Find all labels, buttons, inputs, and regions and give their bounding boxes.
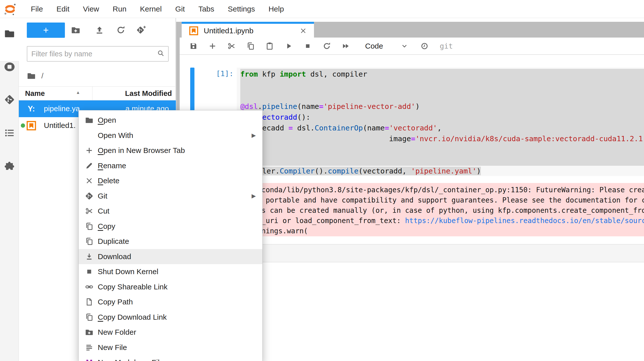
context-menu-label: Download (98, 252, 131, 261)
menu-tabs[interactable]: Tabs (192, 5, 221, 13)
menu-file[interactable]: File (24, 5, 50, 13)
plus-icon (84, 145, 94, 155)
code-line-5: def vectoradd(): (240, 112, 644, 123)
list-toc-icon (4, 127, 15, 138)
context-menu-label: Shut Down Kernel (98, 267, 158, 276)
copy-icon (246, 42, 255, 50)
pencil-icon (84, 161, 94, 171)
context-menu-copy[interactable]: Copy (79, 219, 262, 234)
insert-cell-button[interactable] (207, 41, 218, 51)
folder-plus-icon (71, 25, 80, 35)
restart-run-all-button[interactable] (341, 41, 351, 51)
sort-ascending-icon[interactable]: ▲ (76, 90, 80, 95)
execution-count: [1]: (203, 69, 234, 78)
sidebar-item-running-kernels[interactable] (0, 57, 19, 77)
column-last-modified[interactable]: Last Modified (125, 89, 172, 98)
stderr-line-5: warnings.warn( (240, 226, 644, 236)
puzzle-icon (4, 161, 15, 172)
context-menu-new-markdown-file[interactable]: MNew Markdown File (79, 355, 262, 361)
upload-button[interactable] (94, 25, 105, 36)
sidebar-item-git[interactable] (0, 90, 19, 110)
breadcrumb[interactable]: / (27, 70, 43, 82)
cut-cells-button[interactable] (226, 41, 237, 51)
save-button[interactable] (188, 41, 199, 51)
run-cell-button[interactable] (283, 41, 294, 51)
menu-run[interactable]: Run (106, 5, 133, 13)
new-folder-button[interactable] (70, 25, 81, 36)
context-menu-shut-down-kernel[interactable]: Shut Down Kernel (79, 264, 262, 279)
spacer (84, 130, 94, 140)
git-icon (4, 94, 15, 105)
menu-view[interactable]: View (76, 5, 106, 13)
run-all-icon (342, 42, 350, 50)
filter-files-input[interactable] (31, 48, 154, 60)
context-menu-git[interactable]: Git▶ (79, 189, 262, 204)
column-name[interactable]: Name (25, 89, 45, 98)
context-menu-cut[interactable]: Cut (79, 204, 262, 219)
menu-items: FileEditViewRunKernelGitTabsSettingsHelp (24, 5, 291, 13)
jupyter-logo-icon (4, 3, 17, 16)
context-menu-open-in-new-browser-tab[interactable]: Open in New Browser Tab (79, 143, 262, 158)
git-plus-icon (137, 25, 146, 35)
file-icon (84, 297, 94, 307)
sidebar-item-file-browser[interactable] (0, 24, 19, 44)
sidebar-item-table-of-contents[interactable] (0, 123, 19, 143)
menu-help[interactable]: Help (262, 5, 291, 13)
folder-icon (4, 28, 15, 39)
plus-icon (208, 42, 217, 50)
sidebar-item-extensions[interactable] (0, 156, 19, 176)
context-menu-new-file[interactable]: New File (79, 340, 262, 355)
search-icon (157, 50, 165, 57)
code-line-7: image='nvcr.io/nvidia/k8s/cuda-sample:ve… (240, 133, 644, 144)
scissors-icon (227, 42, 236, 50)
context-menu-rename[interactable]: Rename (79, 158, 262, 173)
menu-settings[interactable]: Settings (221, 5, 262, 13)
copy-icon (84, 312, 94, 322)
context-menu-duplicate[interactable]: Duplicate (79, 234, 262, 249)
scissors-icon (84, 206, 94, 216)
context-menu-label: Copy Path (98, 298, 133, 306)
empty-cell[interactable] (237, 244, 644, 262)
context-menu-open[interactable]: Open (79, 113, 262, 128)
markdown-icon: M (84, 357, 94, 361)
new-launcher-button[interactable]: + (27, 23, 65, 38)
context-menu-label: Copy (98, 222, 115, 231)
activity-sidebar (0, 18, 19, 361)
tab-close-icon[interactable] (299, 27, 307, 35)
submenu-arrow-icon: ▶ (252, 132, 256, 139)
yaml-file-icon: Y: (26, 104, 36, 114)
cell-type-dropdown[interactable]: Code (365, 42, 408, 50)
context-menu-label: Duplicate (98, 237, 129, 246)
interrupt-kernel-button[interactable] (302, 41, 313, 51)
code-cell-editor[interactable]: from kfp import dsl, compiler@dsl.pipeli… (237, 68, 644, 176)
upload-icon (95, 25, 104, 35)
context-menu-copy-download-link[interactable]: Copy Download Link (79, 310, 262, 325)
menu-git[interactable]: Git (168, 5, 191, 13)
tab-untitled1-ipynb[interactable]: Untitled1.ipynb (182, 22, 314, 38)
menu-edit[interactable]: Edit (50, 5, 76, 13)
context-menu-label: Copy Download Link (98, 313, 167, 321)
paste-cells-button[interactable] (264, 41, 275, 51)
submenu-arrow-icon: ▶ (252, 193, 256, 199)
restart-kernel-button[interactable] (321, 41, 332, 51)
context-menu-label: Open With (98, 131, 133, 140)
dock-top-strip (176, 18, 644, 22)
git-clone-button[interactable] (136, 25, 147, 36)
context-menu-copy-shareable-link[interactable]: Copy Shareable Link (79, 279, 262, 295)
context-menu-label: Open in New Browser Tab (98, 146, 185, 155)
context-menu-open-with[interactable]: Open With▶ (79, 128, 262, 143)
refresh-button[interactable] (115, 25, 126, 36)
context-menu-copy-path[interactable]: Copy Path (79, 294, 262, 310)
notebook-toolbar: Code git (180, 38, 644, 55)
paste-icon (265, 42, 274, 50)
menu-kernel[interactable]: Kernel (133, 5, 169, 13)
tab-title: Untitled1.ipynb (204, 27, 253, 35)
context-menu: OpenOpen With▶Open in New Browser TabRen… (78, 110, 263, 361)
context-menu-new-folder[interactable]: New Folder (79, 325, 262, 340)
context-menu-delete[interactable]: Delete (79, 173, 262, 189)
context-menu-label: Cut (98, 207, 110, 215)
context-menu-download[interactable]: Download (79, 249, 262, 264)
running-icon (4, 61, 15, 72)
history-clock-icon[interactable] (419, 41, 430, 51)
copy-cells-button[interactable] (245, 41, 256, 51)
